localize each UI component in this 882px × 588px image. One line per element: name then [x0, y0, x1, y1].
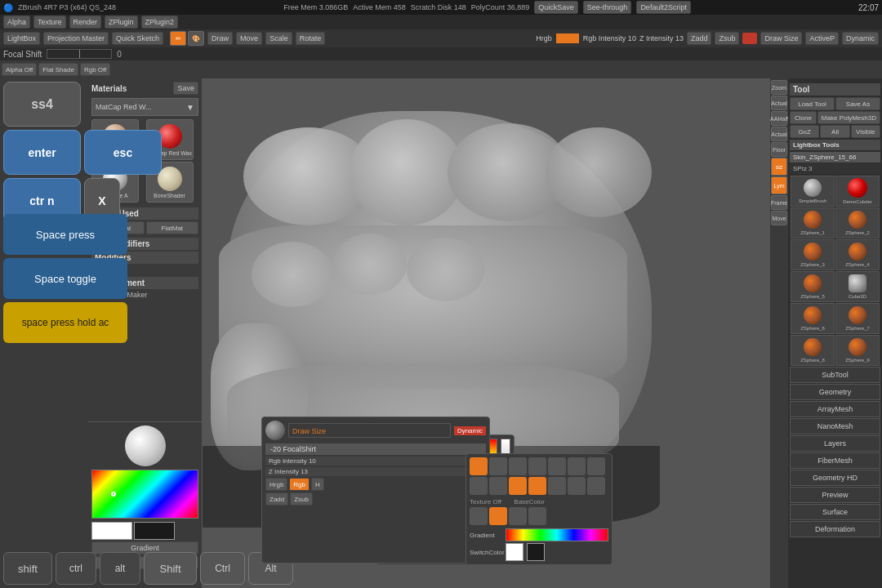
clone-btn[interactable]: Clone — [790, 111, 817, 124]
preview-item[interactable]: Preview — [790, 487, 880, 503]
rotate-btn-popup[interactable] — [489, 507, 507, 525]
background-color[interactable] — [134, 522, 175, 540]
tool-icon-9[interactable] — [489, 477, 507, 495]
zsphere-9[interactable]: ZSphere_9 — [835, 335, 880, 366]
move-btn-popup[interactable] — [509, 507, 527, 525]
space-toggle-key[interactable]: Space toggle — [3, 258, 127, 299]
alpha-btn[interactable]: Alpha — [3, 16, 30, 29]
switch-fg-color[interactable] — [506, 543, 523, 561]
save-material-btn[interactable]: Save — [173, 82, 198, 95]
zplugin2-btn[interactable]: ZPlugin2 — [141, 16, 179, 29]
skin-zsphere-label[interactable]: Skin_ZSphere_15_66 — [790, 152, 880, 163]
zsphere-democubder[interactable]: DemoCubder — [835, 176, 880, 207]
rgb-off-btn[interactable]: Rgb Off — [80, 63, 110, 76]
draw-mode-btn[interactable]: ✏ — [170, 31, 186, 46]
save-as-btn[interactable]: Save As — [835, 97, 880, 110]
ss4-key[interactable]: ss4 — [3, 82, 81, 127]
texture-btn[interactable]: Texture — [33, 16, 66, 29]
tool-icon-5[interactable] — [548, 457, 566, 475]
ctrl-big-key[interactable]: Ctrl — [200, 552, 245, 585]
make-polymesh-btn[interactable]: Make PolyMesh3D — [817, 111, 880, 124]
zsub-popup-btn[interactable]: Zsub — [290, 492, 313, 506]
shift-big-key[interactable]: Shift — [144, 552, 197, 585]
tool-icon-1[interactable] — [470, 457, 488, 475]
ctrl-key[interactable]: ctrl — [56, 552, 96, 585]
layers-item[interactable]: Layers — [790, 435, 880, 452]
switch-bg-color[interactable] — [527, 543, 545, 561]
load-tool-btn[interactable]: Load Tool — [790, 97, 835, 110]
z-intensity-popup[interactable]: Z Intensity 13 — [265, 467, 486, 476]
popup-sphere[interactable] — [265, 421, 285, 440]
lightbox-btn[interactable]: LightBox — [3, 32, 40, 45]
dynamic-btn[interactable]: Dynamic — [842, 32, 879, 45]
dynamic-popup-btn[interactable]: Dynamic — [454, 426, 486, 435]
draw-btn[interactable]: Draw — [207, 32, 233, 45]
geometry-item[interactable]: Geometry — [790, 384, 880, 400]
tool-icon-11[interactable] — [528, 477, 546, 495]
cube3d[interactable]: Cube3D — [835, 271, 880, 302]
nanomesh-item[interactable]: NanoMesh — [790, 418, 880, 434]
zsphere-8[interactable]: ZSphere_8 — [791, 335, 835, 366]
floor-btn[interactable]: Floor — [771, 142, 787, 157]
zsphere-simplebrush[interactable]: SimpleBrush — [791, 176, 835, 207]
space-press-key[interactable]: Space press — [3, 214, 127, 255]
siz-btn[interactable]: siz — [771, 158, 787, 176]
visible-btn[interactable]: Visible — [851, 125, 880, 138]
see-through-btn[interactable]: See-through — [583, 1, 632, 14]
default2script-btn[interactable]: Default2Script — [636, 1, 691, 14]
quicksave-btn[interactable]: QuickSave — [534, 1, 578, 14]
focal-shift-slider[interactable] — [47, 49, 112, 59]
all-btn[interactable]: All — [820, 125, 849, 138]
alt-key[interactable]: alt — [100, 552, 140, 585]
deformation-item[interactable]: Deformation — [790, 521, 880, 537]
actual-btn[interactable]: Actual — [771, 96, 787, 110]
tool-icon-13[interactable] — [568, 477, 586, 495]
active-p-btn[interactable]: ActiveP — [805, 32, 839, 45]
zplugin-btn[interactable]: ZPlugin — [105, 16, 138, 29]
scroll-btn[interactable] — [470, 507, 488, 525]
tool-icon-12[interactable] — [548, 477, 566, 495]
fibermesh-item[interactable]: FiberMesh — [790, 452, 880, 469]
flat-shade-btn[interactable]: Flat Shade — [38, 63, 78, 76]
focal-shirt-display[interactable]: -20 FocalShirt — [265, 443, 486, 455]
move-canvas-btn[interactable]: Move — [771, 211, 787, 225]
tool-header[interactable]: Tool — [790, 83, 880, 96]
scale-btn-popup[interactable] — [528, 507, 546, 525]
zoom-btn[interactable]: Zoom — [771, 80, 787, 95]
arraymesh-item[interactable]: ArrayMesh — [790, 401, 880, 417]
tool-icon-8[interactable] — [470, 477, 488, 495]
foreground-color[interactable] — [91, 522, 132, 540]
red-indicator[interactable] — [742, 33, 757, 44]
draw-size-popup[interactable]: Draw Size — [288, 423, 451, 438]
frame-btn[interactable]: Frame — [771, 195, 787, 210]
zsphere-2[interactable]: ZSphere_2 — [835, 207, 880, 238]
rgb-intensity-popup[interactable]: Rgb Intensity 10 — [265, 457, 486, 466]
zadd-popup-btn[interactable]: Zadd — [265, 492, 288, 506]
zsphere-5[interactable]: ZSphere_5 — [791, 271, 835, 302]
esc-key[interactable]: esc — [84, 130, 162, 175]
tool-icon-7[interactable] — [587, 457, 605, 475]
tool-icon-6[interactable] — [568, 457, 586, 475]
aahalf-btn[interactable]: AAHalf — [771, 111, 787, 126]
h-popup-btn[interactable]: H — [311, 478, 324, 491]
spiz-label[interactable]: SPIz 3 — [790, 163, 880, 174]
render-btn[interactable]: Render — [69, 16, 102, 29]
space-hold-key[interactable]: space press hold ac — [3, 302, 127, 343]
tool-icon-4[interactable] — [528, 457, 546, 475]
shift-key[interactable]: shift — [3, 552, 52, 585]
zsphere-1[interactable]: ZSphere_1 — [791, 207, 835, 238]
geometry-hd-item[interactable]: Geometry HD — [790, 470, 880, 486]
enter-key[interactable]: enter — [3, 130, 81, 175]
subtool-item[interactable]: SubTool — [790, 367, 880, 383]
goz-btn[interactable]: GoZ — [790, 125, 819, 138]
alpha-off-btn[interactable]: Alpha Off — [2, 63, 37, 76]
paint-btn[interactable]: 🎨 — [188, 31, 204, 46]
rgb-color-swatch[interactable] — [555, 33, 580, 44]
zsphere-3[interactable]: ZSphere_3 — [791, 239, 835, 270]
zsphere-4[interactable]: ZSphere_4 — [835, 239, 880, 270]
projection-master-btn[interactable]: Projection Master — [43, 32, 109, 45]
rgb-popup-btn[interactable]: Rgb — [289, 478, 310, 491]
zadd-btn[interactable]: Zadd — [687, 32, 712, 45]
tool-icon-3[interactable] — [509, 457, 527, 475]
move-btn[interactable]: Move — [236, 32, 262, 45]
